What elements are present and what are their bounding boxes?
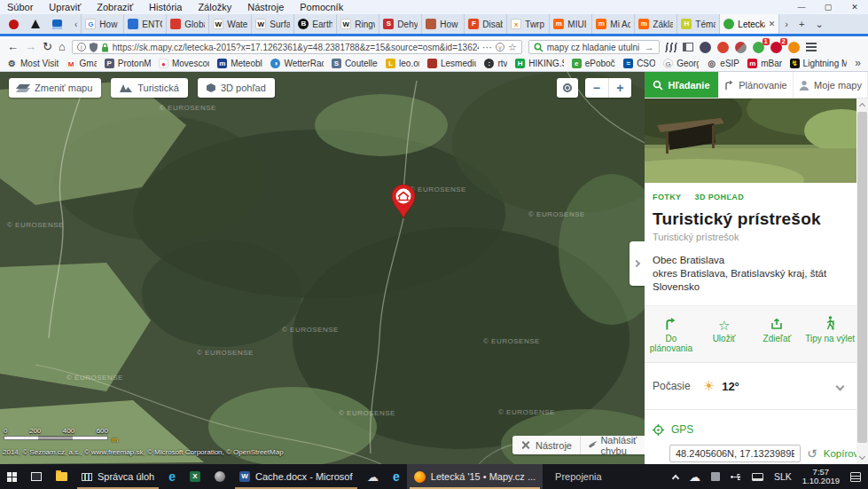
start-button[interactable]	[0, 464, 24, 489]
new-tab-button[interactable]: +	[794, 14, 809, 34]
tools-button[interactable]: Nástroje	[512, 436, 580, 454]
edge-button[interactable]: e	[161, 464, 183, 489]
clock[interactable]: 7:57 1.10.2019	[802, 468, 840, 486]
menu-item[interactable]: Nástroje	[247, 2, 284, 12]
extension-icon[interactable]	[717, 42, 729, 53]
menu-item[interactable]: Záložky	[198, 2, 231, 12]
browser-tab[interactable]: B Earth	[293, 14, 336, 34]
tab-my-maps[interactable]: Moje mapy	[794, 72, 868, 98]
task-manager-button[interactable]: Správca úloh	[74, 464, 161, 489]
tray-expand-icon[interactable]	[672, 474, 679, 481]
page-actions-icon[interactable]: ⋯	[482, 42, 492, 53]
bookmark-item[interactable]: m Meteoblue	[217, 59, 262, 68]
close-button[interactable]: ✕	[841, 0, 868, 14]
browser-tab[interactable]: H Téma	[676, 14, 719, 34]
word-button[interactable]: W Cache.docx - Microsof...	[232, 464, 360, 489]
tab-planning[interactable]: Plánovanie	[719, 72, 794, 98]
menu-item[interactable]: Pomocník	[300, 2, 343, 12]
search-engine-icon[interactable]	[534, 43, 543, 52]
tab-close-icon[interactable]: ✕	[769, 20, 776, 28]
tab-list-icon[interactable]: ⌄	[809, 14, 828, 34]
internet-explorer-button[interactable]: e	[386, 464, 407, 489]
bookmarks-overflow-icon[interactable]: »	[855, 57, 861, 69]
lock-icon[interactable]	[101, 43, 109, 52]
bookmark-item[interactable]: ● Movescount	[159, 59, 209, 68]
zoom-in-button[interactable]: +	[609, 78, 632, 98]
zoom-out-button[interactable]: −	[585, 78, 609, 98]
search-go-icon[interactable]: →	[645, 42, 654, 52]
poi-photo[interactable]	[645, 99, 856, 183]
browser-tab[interactable]: m Mi Ac	[591, 14, 634, 34]
url-bar[interactable]: i ⋯ v ☆	[72, 40, 522, 54]
tourist-map-button[interactable]: Turistická	[111, 78, 188, 98]
menu-icon[interactable]	[806, 43, 817, 51]
links-toolbar-label[interactable]: Prepojenia	[555, 471, 602, 482]
bookmark-item[interactable]: e ePobočka	[572, 59, 615, 68]
info-icon[interactable]: i	[77, 43, 86, 51]
refresh-icon[interactable]: ↺	[807, 447, 817, 460]
3d-view-button[interactable]: 3D pohľad	[198, 78, 275, 98]
url-input[interactable]	[113, 43, 479, 52]
browser-tab[interactable]: W Surfac	[251, 14, 293, 34]
photos-link[interactable]: FOTKY	[653, 193, 682, 201]
reload-button[interactable]: ↻	[43, 41, 52, 53]
bookmark-item[interactable]: S Coutellerie	[332, 59, 378, 68]
chevron-down-icon[interactable]	[836, 382, 845, 390]
bookmark-item[interactable]: ◑ WetterRadar	[270, 59, 323, 68]
keyboard-icon[interactable]	[752, 473, 763, 481]
active-tab[interactable]: Letecká '15 • Mapy.cz ✕	[719, 14, 779, 34]
browser-tab[interactable]: m Základ	[634, 14, 676, 34]
map-canvas[interactable]: © EUROSENSE© EUROSENSE© EUROSENSE© EUROS…	[0, 72, 645, 464]
locate-button[interactable]	[557, 78, 578, 98]
language-indicator[interactable]: SLK	[774, 471, 792, 482]
browser-tab[interactable]: Globa	[166, 14, 208, 34]
save-button[interactable]: ☆ Uložiť	[698, 314, 751, 353]
extension-icon[interactable]	[735, 42, 747, 53]
report-error-button[interactable]: Nahlásiť chybu	[580, 436, 645, 454]
extension-icon[interactable]: 2	[770, 42, 782, 53]
scroll-tabs-left-icon[interactable]: ‹	[71, 14, 81, 34]
bookmark-item[interactable]: G George	[663, 59, 699, 68]
back-button[interactable]: ←	[7, 41, 19, 53]
search-input[interactable]	[547, 43, 641, 52]
bookmark-item[interactable]: Lesmedium	[427, 59, 476, 68]
file-explorer-button[interactable]	[49, 464, 74, 489]
browser-tab[interactable]: W Water	[208, 14, 251, 34]
usb-icon[interactable]	[731, 472, 741, 482]
panel-scrollbar[interactable]	[856, 99, 868, 464]
bookmark-item[interactable]: ◎ eSIPO	[707, 59, 739, 68]
library-icon[interactable]	[665, 43, 677, 52]
gps-coordinates-input[interactable]	[669, 445, 801, 462]
onedrive-tray-icon[interactable]: ☁	[689, 470, 700, 484]
minimize-button[interactable]: —	[788, 0, 815, 14]
menu-item[interactable]: Súbor	[7, 2, 33, 12]
weather-row[interactable]: Počasie ☀ 12°	[645, 363, 856, 410]
bookmark-item[interactable]: ⚙ Most Visited	[7, 59, 59, 68]
excel-button[interactable]: X	[183, 464, 207, 489]
bookmark-item[interactable]: L leo.org	[386, 59, 419, 68]
browser-tab[interactable]: x Twrp	[506, 14, 549, 34]
browser-tab[interactable]: ENTO	[123, 14, 166, 34]
panel-collapse-button[interactable]	[629, 241, 645, 286]
bookmark-item[interactable]: H HIKING.SK	[515, 59, 563, 68]
record-icon[interactable]	[9, 20, 19, 29]
extension-icon[interactable]	[788, 42, 800, 53]
menu-item[interactable]: Upraviť	[49, 2, 81, 12]
menu-item[interactable]: Zobraziť	[97, 2, 133, 12]
firefox-button[interactable]: Letecká '15 • Mapy.cz ...	[407, 464, 543, 489]
scroll-up-icon[interactable]	[856, 99, 868, 111]
browser-tab[interactable]: F Disab	[464, 14, 506, 34]
scrollbar-thumb[interactable]	[857, 112, 867, 443]
sphere-app-button[interactable]	[207, 464, 232, 489]
home-button[interactable]: ⌂	[59, 41, 66, 53]
bookmark-item[interactable]: M Gmail	[66, 59, 97, 68]
map-pin[interactable]	[388, 184, 418, 221]
browser-tab[interactable]: S Dehyd	[379, 14, 421, 34]
browser-tab[interactable]: How t	[421, 14, 464, 34]
browser-tab[interactable]: G How m	[81, 14, 123, 34]
table-icon[interactable]	[52, 20, 62, 29]
3d-view-link[interactable]: 3D POHĽAD	[695, 193, 745, 201]
extension-icon[interactable]: 1	[753, 42, 764, 53]
trip-tips-button[interactable]: Tipy na výlet	[803, 314, 856, 353]
extension-icon[interactable]	[700, 42, 711, 53]
